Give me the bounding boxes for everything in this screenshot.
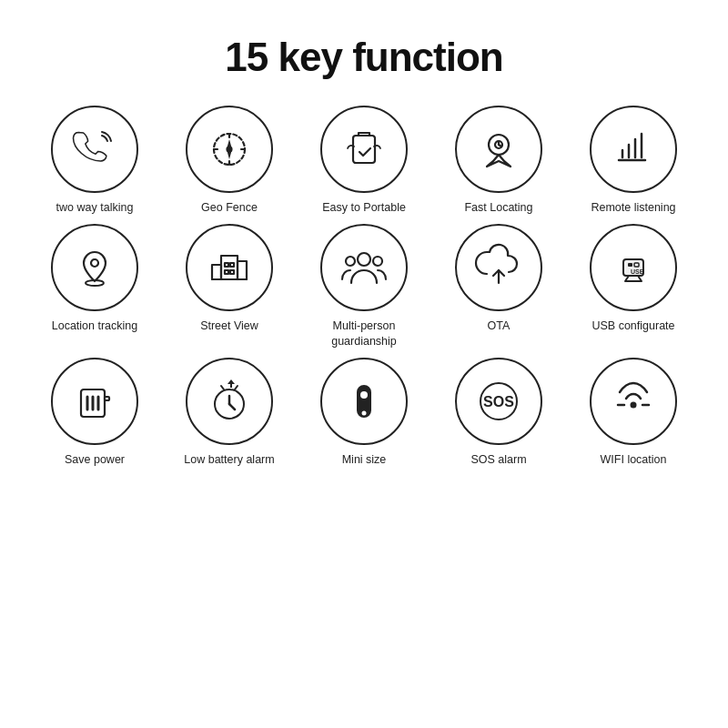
svg-line-45 [229,404,235,410]
svg-point-47 [362,410,367,415]
svg-rect-22 [238,261,247,279]
feature-label-mini-size: Mini size [342,452,387,467]
svg-rect-26 [225,270,228,274]
feature-label-geo-fence: Geo Fence [201,200,258,215]
feature-label-usb-configurate: USB configurate [592,318,674,333]
feature-label-street-view: Street View [200,318,258,333]
feature-item-easy-portable: Easy to Portable [300,106,428,215]
feature-item-usb-configurate: USB USB configurate [570,224,697,333]
feature-label-ota: OTA [488,318,511,333]
feature-label-low-battery-alarm: Low battery alarm [184,452,274,467]
svg-point-18 [91,259,98,267]
feature-item-low-battery-alarm: Low battery alarm [166,358,293,467]
device-icon [320,358,408,445]
battery-icon [51,358,138,445]
feature-item-multi-person: Multi-person guardianship [300,224,428,349]
buildings-icon [186,224,273,311]
signal-bars-icon [590,106,677,193]
alarm-battery-icon [186,358,273,445]
feature-label-wifi-location: WIFI location [601,452,667,467]
svg-line-42 [221,386,224,389]
svg-rect-27 [230,270,234,274]
features-grid: two way talking Geo Fence Easy to Portab… [31,106,697,467]
svg-rect-20 [221,256,238,279]
page-title: 15 key function [225,35,502,80]
svg-rect-34 [634,263,639,267]
feature-item-sos-alarm: SOS SOS alarm [435,358,562,467]
feature-label-fast-locating: Fast Locating [464,200,532,215]
location-pin-icon [51,224,138,311]
feature-item-save-power: Save power [31,358,158,467]
svg-rect-37 [105,397,109,400]
location-clock-icon [455,106,542,193]
feature-item-ota: OTA [435,224,562,333]
phone-icon [51,106,138,193]
svg-text:SOS: SOS [483,394,514,410]
feature-label-location-tracking: Location tracking [52,318,138,333]
svg-rect-33 [628,263,632,267]
wifi-waves-icon [590,358,677,445]
svg-text:USB: USB [631,268,644,275]
usb-icon: USB [590,224,677,311]
compass-icon [186,106,273,193]
svg-point-29 [373,257,382,266]
svg-point-48 [360,391,368,399]
svg-point-30 [346,257,355,266]
svg-line-12 [499,145,501,147]
feature-label-easy-portable: Easy to Portable [322,200,406,215]
feature-item-geo-fence: Geo Fence [166,106,293,215]
feature-label-save-power: Save power [65,452,125,467]
feature-item-two-way-talking: two way talking [31,106,158,215]
feature-item-street-view: Street View [166,224,293,333]
cloud-upload-icon [455,224,542,311]
sos-icon: SOS [455,358,542,445]
svg-rect-24 [225,263,228,267]
feature-item-wifi-location: WIFI location [570,358,697,467]
svg-rect-25 [230,263,234,267]
portable-icon [320,106,408,193]
feature-item-mini-size: Mini size [300,358,428,467]
feature-label-multi-person: Multi-person guardianship [309,318,419,349]
svg-rect-8 [353,136,375,163]
group-icon [320,224,408,311]
svg-point-19 [86,280,104,286]
svg-line-43 [235,386,238,389]
feature-label-two-way-talking: two way talking [56,200,134,215]
feature-label-sos-alarm: SOS alarm [470,452,526,467]
feature-item-location-tracking: Location tracking [31,224,158,333]
svg-point-28 [358,253,370,266]
svg-point-51 [631,401,637,408]
feature-label-remote-listening: Remote listening [591,200,675,215]
svg-rect-21 [212,265,221,279]
feature-item-fast-locating: Fast Locating [435,106,562,215]
feature-item-remote-listening: Remote listening [570,106,697,215]
